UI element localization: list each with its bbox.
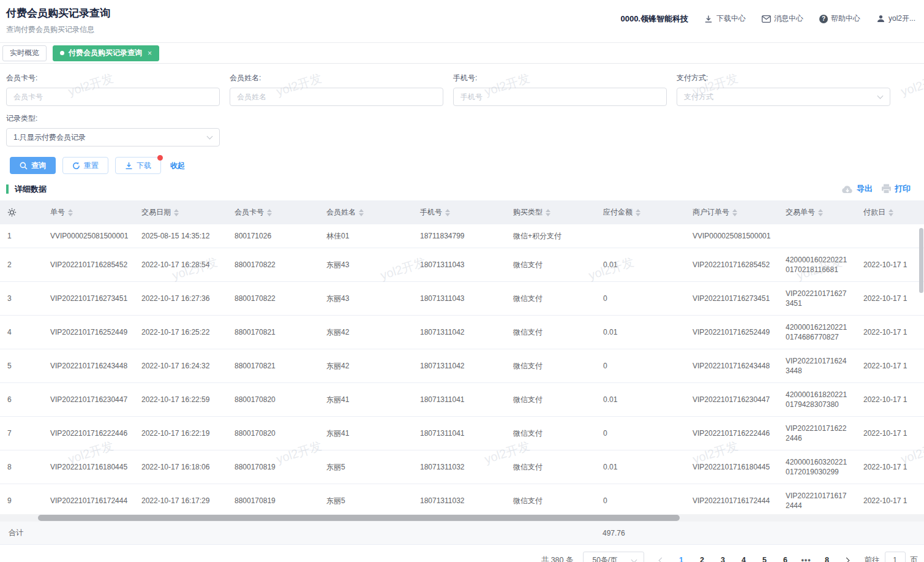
table-row[interactable]: 2VIP20221017162854522022-10-17 16:28:548… bbox=[0, 248, 924, 282]
record-type-select[interactable]: 1.只显示付费会员记录 bbox=[6, 128, 220, 146]
cell-phone: 18071311032 bbox=[413, 450, 506, 484]
download-button[interactable]: 下载 bbox=[115, 157, 161, 174]
search-icon bbox=[20, 162, 28, 170]
cell-buy-type: 微信支付 bbox=[506, 450, 596, 484]
payment-method-select[interactable]: 支付方式 bbox=[677, 88, 890, 106]
filter-area: 会员卡号: 会员姓名: 手机号: 支付方式: 支付方式 记录类型: 1.只显示付… bbox=[0, 64, 924, 194]
cell-member-name: 林佳01 bbox=[319, 224, 413, 248]
cell-card-no: 8800170821 bbox=[227, 349, 319, 383]
field-payment-method: 支付方式: 支付方式 bbox=[677, 73, 890, 106]
download-center-link[interactable]: 下载中心 bbox=[704, 13, 746, 24]
data-table: 单号 交易日期 会员卡号 会员姓名 手机号 购买类型 应付金额 商户订单号 交易… bbox=[0, 200, 924, 514]
help-icon: ? bbox=[819, 15, 828, 23]
page-button-8[interactable]: 8 bbox=[818, 552, 836, 562]
tab-paid-member-query[interactable]: 付费会员购买记录查询 × bbox=[53, 45, 159, 61]
cell-order-no: VIP2022101716172444 bbox=[43, 484, 134, 515]
page-button-4[interactable]: 4 bbox=[735, 552, 753, 562]
total-count: 共 380 条 bbox=[541, 555, 574, 562]
pagination: 共 380 条 50条/页 123456•••8 前往 页 bbox=[0, 552, 924, 562]
total-amount: 497.76 bbox=[603, 529, 625, 537]
sort-icon[interactable] bbox=[359, 209, 364, 216]
cell-card-no: 8800170819 bbox=[227, 450, 319, 484]
page-button-5[interactable]: 5 bbox=[756, 552, 774, 562]
cell-pay-date: 2022-10-17 1 bbox=[856, 417, 924, 450]
field-phone: 手机号: bbox=[453, 73, 667, 106]
cell-trade-date: 2022-10-17 16:17:29 bbox=[134, 484, 227, 515]
cell-row-index: 8 bbox=[0, 450, 43, 484]
cell-trade-date: 2022-10-17 16:28:54 bbox=[134, 248, 227, 282]
search-button[interactable]: 查询 bbox=[10, 157, 56, 174]
table-row[interactable]: 6VIP20221017162304472022-10-17 16:22:598… bbox=[0, 383, 924, 417]
cell-row-index: 4 bbox=[0, 316, 43, 349]
cell-member-name: 东丽41 bbox=[319, 383, 413, 417]
cell-trade-date: 2022-10-17 16:27:36 bbox=[134, 282, 227, 316]
chevron-down-icon bbox=[631, 557, 637, 562]
sort-icon[interactable] bbox=[546, 209, 550, 216]
message-center-link[interactable]: 消息中心 bbox=[762, 13, 803, 24]
sort-icon[interactable] bbox=[174, 209, 179, 216]
sort-icon[interactable] bbox=[732, 209, 737, 216]
field-member-name: 会员姓名: bbox=[230, 73, 443, 106]
export-button[interactable]: 导出 bbox=[841, 183, 873, 194]
cell-buy-type: 微信支付 bbox=[506, 484, 596, 515]
horizontal-scrollbar-track[interactable] bbox=[0, 514, 924, 522]
sort-icon[interactable] bbox=[445, 209, 450, 216]
sort-icon[interactable] bbox=[68, 209, 73, 216]
cell-member-name: 东丽42 bbox=[319, 349, 413, 383]
cell-member-name: 东丽43 bbox=[319, 282, 413, 316]
horizontal-scrollbar[interactable] bbox=[38, 515, 680, 521]
col-merchant-order-no: 商户订单号 bbox=[685, 200, 778, 224]
field-record-type: 记录类型: 1.只显示付费会员记录 bbox=[6, 113, 220, 146]
cell-buy-type: 微信支付 bbox=[506, 248, 596, 282]
page-button-1[interactable]: 1 bbox=[672, 552, 691, 562]
sort-icon[interactable] bbox=[267, 209, 272, 216]
cell-transaction-no: VIP2022101716222446 bbox=[778, 417, 856, 450]
page-button-6[interactable]: 6 bbox=[776, 552, 795, 562]
sort-icon[interactable] bbox=[888, 209, 893, 216]
reset-button[interactable]: 重置 bbox=[62, 157, 108, 174]
page-button-3[interactable]: 3 bbox=[714, 552, 732, 562]
tab-realtime-overview[interactable]: 实时概览 bbox=[2, 45, 47, 61]
cell-card-no: 800171026 bbox=[227, 224, 319, 248]
company-name: 0000.领锋智能科技 bbox=[620, 13, 688, 25]
close-icon[interactable]: × bbox=[148, 49, 152, 58]
page-size-select[interactable]: 50条/页 bbox=[583, 552, 644, 562]
goto-label: 前往 bbox=[865, 555, 880, 562]
user-menu[interactable]: yol2开... bbox=[876, 13, 915, 24]
table-row[interactable]: 4VIP20221017162524492022-10-17 16:25:228… bbox=[0, 316, 924, 349]
cell-amount: 0.01 bbox=[596, 450, 685, 484]
prev-page-button[interactable] bbox=[653, 552, 671, 562]
cell-amount: 0.01 bbox=[596, 248, 685, 282]
cell-order-no: VIP2022101716273451 bbox=[43, 282, 134, 316]
cell-pay-date: 2022-10-17 1 bbox=[856, 349, 924, 383]
table-row[interactable]: 3VIP20221017162734512022-10-17 16:27:368… bbox=[0, 282, 924, 316]
help-center-link[interactable]: ? 帮助中心 bbox=[819, 13, 860, 24]
cell-merchant-order-no: VIP2022101716172444 bbox=[685, 484, 778, 515]
page-button-2[interactable]: 2 bbox=[693, 552, 712, 562]
cell-merchant-order-no: VIP2022101716180445 bbox=[685, 450, 778, 484]
goto-page-input[interactable] bbox=[885, 552, 906, 562]
cell-trade-date: 2022-10-17 16:22:19 bbox=[134, 417, 227, 450]
sort-icon[interactable] bbox=[818, 209, 823, 216]
cell-card-no: 8800170820 bbox=[227, 383, 319, 417]
print-button[interactable]: 打印 bbox=[881, 183, 911, 194]
table-row[interactable]: 5VIP20221017162434482022-10-17 16:24:328… bbox=[0, 349, 924, 383]
table-row[interactable]: 9VIP20221017161724442022-10-17 16:17:298… bbox=[0, 484, 924, 515]
cell-buy-type: 微信支付 bbox=[506, 417, 596, 450]
collapse-link[interactable]: 收起 bbox=[170, 161, 185, 171]
table-header-row: 单号 交易日期 会员卡号 会员姓名 手机号 购买类型 应付金额 商户订单号 交易… bbox=[0, 200, 924, 224]
table-row[interactable]: 8VIP20221017161804452022-10-17 16:18:068… bbox=[0, 450, 924, 484]
vertical-scrollbar[interactable] bbox=[919, 228, 923, 293]
cloud-download-icon bbox=[841, 184, 854, 194]
table-row[interactable]: 1VVIP0000250815000012025-08-15 14:35:128… bbox=[0, 224, 924, 248]
page-title: 付费会员购买记录查询 bbox=[6, 6, 110, 20]
phone-input[interactable] bbox=[453, 88, 667, 106]
column-settings-gear-icon[interactable] bbox=[7, 208, 36, 217]
member-name-input[interactable] bbox=[230, 88, 443, 106]
sort-icon[interactable] bbox=[636, 209, 640, 216]
pager-ellipsis[interactable]: ••• bbox=[797, 552, 816, 562]
next-page-button[interactable] bbox=[838, 552, 856, 562]
cell-amount: 0 bbox=[596, 484, 685, 515]
table-row[interactable]: 7VIP20221017162224462022-10-17 16:22:198… bbox=[0, 417, 924, 450]
member-card-input[interactable] bbox=[6, 88, 220, 106]
